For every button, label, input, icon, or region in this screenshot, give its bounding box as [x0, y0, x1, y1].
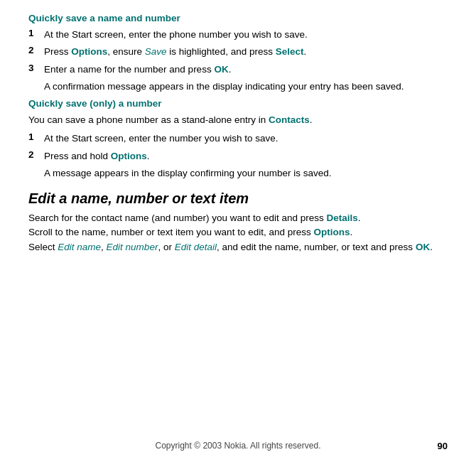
- edit-number-link: Edit number: [107, 242, 158, 252]
- ok-link-1: OK: [214, 64, 228, 75]
- step2-num: 2: [28, 45, 44, 55]
- ok-link-2: OK: [416, 242, 430, 252]
- section1-list: 1 At the Start screen, enter the phone n…: [28, 28, 448, 77]
- step3-text: Enter a name for the number and press OK…: [44, 63, 448, 77]
- footer: Copyright © 2003 Nokia. All rights reser…: [0, 441, 476, 451]
- section1-step1: 1 At the Start screen, enter the phone n…: [28, 28, 448, 42]
- step1-text: At the Start screen, enter the phone num…: [44, 28, 448, 42]
- page-content: Quickly save a name and number 1 At the …: [0, 0, 476, 272]
- page-number: 90: [438, 441, 448, 451]
- save-link: Save: [145, 46, 167, 57]
- contacts-link: Contacts: [269, 114, 310, 125]
- step3-num: 3: [28, 63, 44, 73]
- options-link-2: Options: [111, 151, 147, 161]
- s2-step2-text: Press and hold Options.: [44, 149, 448, 163]
- section2-step1: 1 At the Start screen, enter the number …: [28, 131, 448, 146]
- section3: Edit a name, number or text item Search …: [28, 190, 448, 254]
- section1-step3: 3 Enter a name for the number and press …: [28, 63, 448, 77]
- section3-heading: Edit a name, number or text item: [28, 190, 448, 207]
- step2-text: Press Options, ensure Save is highlighte…: [44, 45, 448, 59]
- edit-name-link: Edit name: [58, 242, 101, 252]
- section2-step2: 2 Press and hold Options.: [28, 149, 448, 163]
- section3-para: Search for the contact name (and number)…: [28, 211, 448, 254]
- section2-list: 1 At the Start screen, enter the number …: [28, 131, 448, 163]
- section1-step2: 2 Press Options, ensure Save is highligh…: [28, 45, 448, 59]
- select-link: Select: [276, 46, 304, 57]
- section1: Quickly save a name and number 1 At the …: [28, 13, 448, 94]
- s2-step2-num: 2: [28, 149, 44, 160]
- copyright-text: Copyright © 2003 Nokia. All rights reser…: [156, 441, 321, 451]
- step3-indent: A confirmation message appears in the di…: [44, 80, 448, 94]
- step1-num: 1: [28, 28, 44, 38]
- details-link: Details: [326, 213, 357, 223]
- options-link-1: Options: [71, 46, 107, 57]
- s2-step2-indent: A message appears in the display confirm…: [44, 166, 448, 181]
- s2-step1-text: At the Start screen, enter the number yo…: [44, 131, 448, 146]
- section1-heading: Quickly save a name and number: [28, 13, 448, 23]
- section2-intro: You can save a phone number as a stand-a…: [28, 113, 448, 127]
- section2: Quickly save (only) a number You can sav…: [28, 98, 448, 181]
- section2-heading: Quickly save (only) a number: [28, 98, 448, 109]
- edit-detail-link: Edit detail: [175, 242, 217, 252]
- s2-step1-num: 1: [28, 131, 44, 142]
- options-link-3: Options: [313, 227, 350, 237]
